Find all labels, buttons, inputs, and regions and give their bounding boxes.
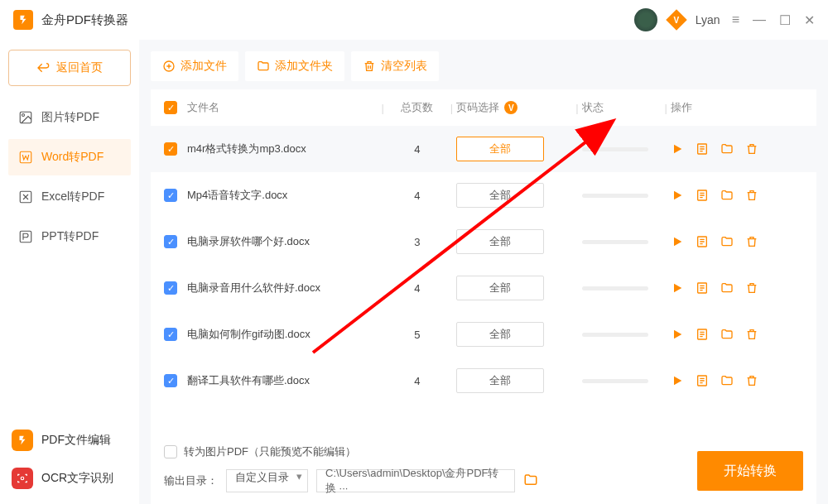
row-actions [671, 328, 803, 341]
header-status: 状态 [582, 100, 662, 115]
page-count: 4 [388, 143, 447, 156]
svg-rect-4 [20, 231, 31, 242]
table-row: ✓ 电脑录音用什么软件好.docx | 4 | 全部 | | [151, 265, 816, 311]
page-range-button[interactable]: 全部 [456, 229, 544, 254]
output-path-field[interactable]: C:\Users\admin\Desktop\金舟PDF转换 ··· [316, 469, 515, 492]
ppt-icon [18, 229, 33, 244]
browse-folder-button[interactable] [523, 473, 538, 490]
progress-bar [582, 333, 648, 337]
folder-open-icon [523, 473, 538, 487]
page-count: 3 [388, 236, 447, 248]
page-count: 5 [388, 329, 447, 341]
table-row: ✓ 翻译工具软件有哪些.docx | 4 | 全部 | | [151, 358, 816, 404]
row-checkbox[interactable]: ✓ [164, 189, 177, 202]
start-convert-button[interactable]: 开始转换 [697, 451, 803, 491]
username: Lyan [696, 13, 720, 26]
page-count: 4 [388, 375, 447, 387]
play-icon[interactable] [671, 281, 684, 295]
row-checkbox[interactable]: ✓ [164, 142, 177, 156]
file-name: 电脑如何制作gif动图.docx [187, 327, 378, 342]
add-file-button[interactable]: 添加文件 [151, 51, 238, 81]
row-checkbox[interactable]: ✓ [164, 281, 177, 295]
header-name: 文件名 [187, 100, 378, 115]
play-icon[interactable] [671, 235, 684, 248]
table-row: ✓ 电脑如何制作gif动图.docx | 5 | 全部 | | [151, 311, 816, 358]
tool-label: PDF文件编辑 [41, 433, 111, 448]
content: 添加文件 添加文件夹 清空列表 ✓ 文件名 | 总页数 | 页码选择V | 状态 [139, 40, 828, 504]
add-folder-button[interactable]: 添加文件夹 [245, 51, 344, 81]
folder-row-icon[interactable] [720, 374, 734, 387]
page-range-button[interactable]: 全部 [456, 276, 544, 300]
row-actions [671, 142, 803, 156]
nav-ppt-to-pdf[interactable]: PPT转PDF [8, 218, 131, 255]
list-icon[interactable] [696, 189, 709, 202]
folder-row-icon[interactable] [720, 281, 734, 295]
delete-icon[interactable] [745, 235, 758, 248]
avatar[interactable] [634, 8, 657, 31]
play-icon[interactable] [671, 374, 684, 387]
back-label: 返回首页 [56, 60, 103, 75]
folder-row-icon[interactable] [720, 142, 734, 156]
file-name: m4r格式转换为mp3.docx [187, 142, 378, 156]
delete-icon[interactable] [745, 142, 758, 156]
file-name: 翻译工具软件有哪些.docx [187, 373, 378, 388]
page-range-button[interactable]: 全部 [456, 322, 544, 347]
back-button[interactable]: 返回首页 [8, 50, 131, 86]
sidebar: 返回首页 图片转PDF Word转PDF Excel转PDF PPT转PDF [0, 40, 139, 504]
page-range-button[interactable]: 全部 [456, 183, 544, 208]
delete-icon[interactable] [745, 189, 758, 202]
image-pdf-checkbox[interactable] [164, 445, 177, 458]
folder-row-icon[interactable] [720, 235, 734, 248]
titlebar: 金舟PDF转换器 V Lyan ≡ — ☐ ✕ [0, 0, 828, 40]
delete-icon[interactable] [745, 328, 758, 341]
nav-word-to-pdf[interactable]: Word转PDF [8, 139, 131, 175]
row-checkbox[interactable]: ✓ [164, 235, 177, 248]
select-all-checkbox[interactable]: ✓ [164, 101, 177, 114]
tool-ocr[interactable]: OCR文字识别 [8, 463, 131, 494]
play-icon[interactable] [671, 189, 684, 202]
header-actions: 操作 [671, 100, 803, 115]
app-title: 金舟PDF转换器 [41, 12, 128, 28]
play-icon[interactable] [671, 328, 684, 341]
minimize-icon[interactable]: — [753, 12, 766, 28]
nav-excel-to-pdf[interactable]: Excel转PDF [8, 179, 131, 215]
list-icon[interactable] [696, 374, 709, 387]
row-checkbox[interactable]: ✓ [164, 374, 177, 387]
folder-row-icon[interactable] [720, 328, 734, 341]
ocr-icon [12, 468, 33, 489]
clear-list-label: 清空列表 [381, 59, 427, 74]
footer: 转为图片PDF（只能预览不能编辑） 输出目录： 自定义目录 C:\Users\a… [151, 433, 816, 504]
clear-list-button[interactable]: 清空列表 [351, 51, 439, 81]
vip-badge-icon: V [666, 9, 686, 30]
trash-icon [363, 60, 376, 73]
close-icon[interactable]: ✕ [804, 12, 815, 28]
progress-bar [582, 147, 648, 151]
maximize-icon[interactable]: ☐ [779, 12, 791, 28]
list-icon[interactable] [696, 235, 709, 248]
page-count: 4 [388, 190, 447, 202]
progress-bar [582, 379, 648, 383]
list-icon[interactable] [696, 328, 709, 341]
file-name: 电脑录屏软件哪个好.docx [187, 234, 378, 249]
nav-label: 图片转PDF [41, 110, 99, 125]
delete-icon[interactable] [745, 281, 758, 295]
add-file-label: 添加文件 [181, 59, 227, 74]
row-actions [671, 235, 803, 248]
folder-row-icon[interactable] [720, 189, 734, 202]
play-icon[interactable] [671, 142, 684, 156]
app-logo [13, 10, 33, 30]
page-range-button[interactable]: 全部 [456, 137, 544, 161]
row-checkbox[interactable]: ✓ [164, 328, 177, 341]
svg-rect-2 [20, 151, 31, 163]
page-range-button[interactable]: 全部 [456, 368, 544, 393]
word-icon [18, 150, 33, 165]
delete-icon[interactable] [745, 374, 758, 387]
menu-icon[interactable]: ≡ [732, 12, 739, 28]
list-icon[interactable] [696, 281, 709, 295]
plus-circle-icon [162, 60, 176, 73]
tool-label: OCR文字识别 [41, 471, 113, 486]
list-icon[interactable] [696, 142, 709, 156]
nav-image-to-pdf[interactable]: 图片转PDF [8, 99, 131, 136]
output-mode-select[interactable]: 自定义目录 [226, 469, 308, 492]
tool-pdf-edit[interactable]: PDF文件编辑 [8, 425, 131, 456]
